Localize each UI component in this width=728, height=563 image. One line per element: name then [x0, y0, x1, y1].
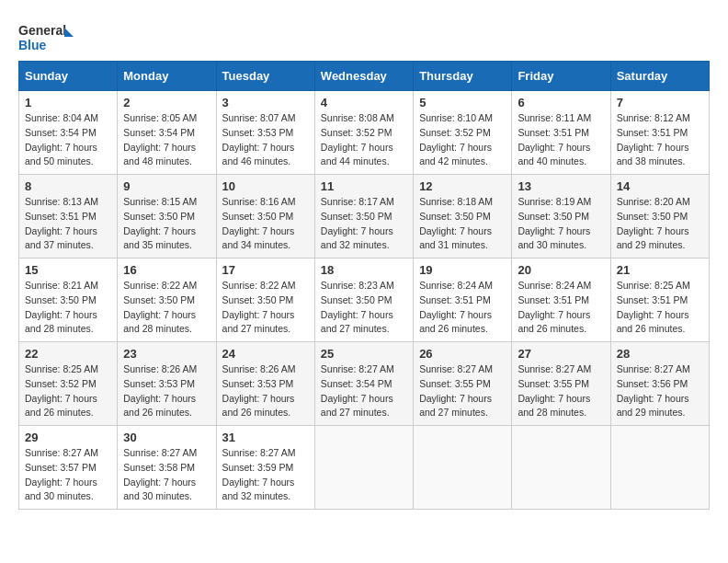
svg-marker-2 — [64, 28, 74, 37]
day-info: Sunrise: 8:21 AMSunset: 3:50 PMDaylight:… — [25, 279, 111, 337]
svg-text:General: General — [18, 23, 66, 38]
day-number: 19 — [419, 263, 506, 277]
day-info: Sunrise: 8:25 AMSunset: 3:51 PMDaylight:… — [617, 279, 703, 337]
day-cell: 8Sunrise: 8:13 AMSunset: 3:51 PMDaylight… — [19, 175, 118, 259]
day-info: Sunrise: 8:04 AMSunset: 3:54 PMDaylight:… — [25, 111, 111, 169]
day-info: Sunrise: 8:23 AMSunset: 3:50 PMDaylight:… — [321, 279, 407, 337]
day-cell: 3Sunrise: 8:07 AMSunset: 3:53 PMDaylight… — [216, 91, 314, 175]
day-cell: 10Sunrise: 8:16 AMSunset: 3:50 PMDayligh… — [216, 175, 314, 259]
day-info: Sunrise: 8:26 AMSunset: 3:53 PMDaylight:… — [222, 362, 309, 420]
day-number: 24 — [222, 347, 309, 361]
day-info: Sunrise: 8:16 AMSunset: 3:50 PMDaylight:… — [222, 195, 309, 253]
day-info: Sunrise: 8:22 AMSunset: 3:50 PMDaylight:… — [222, 279, 309, 337]
week-row-1: 1Sunrise: 8:04 AMSunset: 3:54 PMDaylight… — [19, 91, 710, 175]
week-row-5: 29Sunrise: 8:27 AMSunset: 3:57 PMDayligh… — [19, 426, 710, 510]
day-number: 8 — [25, 179, 111, 193]
day-info: Sunrise: 8:18 AMSunset: 3:50 PMDaylight:… — [419, 195, 506, 253]
day-cell: 11Sunrise: 8:17 AMSunset: 3:50 PMDayligh… — [314, 175, 413, 259]
day-number: 25 — [321, 347, 407, 361]
day-number: 18 — [321, 263, 407, 277]
day-cell: 28Sunrise: 8:27 AMSunset: 3:56 PMDayligh… — [610, 342, 709, 426]
day-info: Sunrise: 8:27 AMSunset: 3:55 PMDaylight:… — [419, 362, 506, 420]
header-thursday: Thursday — [414, 62, 512, 91]
day-number: 27 — [518, 347, 604, 361]
day-cell: 19Sunrise: 8:24 AMSunset: 3:51 PMDayligh… — [414, 259, 512, 342]
day-cell: 20Sunrise: 8:24 AMSunset: 3:51 PMDayligh… — [512, 259, 610, 342]
day-cell: 24Sunrise: 8:26 AMSunset: 3:53 PMDayligh… — [216, 342, 314, 426]
day-number: 15 — [25, 263, 111, 277]
day-number: 6 — [518, 96, 604, 109]
header-saturday: Saturday — [610, 62, 709, 91]
day-cell: 5Sunrise: 8:10 AMSunset: 3:52 PMDaylight… — [414, 91, 512, 175]
day-number: 30 — [123, 431, 210, 444]
week-row-3: 15Sunrise: 8:21 AMSunset: 3:50 PMDayligh… — [19, 259, 710, 342]
page-header: GeneralBlue — [18, 18, 710, 55]
day-info: Sunrise: 8:27 AMSunset: 3:57 PMDaylight:… — [25, 446, 111, 504]
header-row: SundayMondayTuesdayWednesdayThursdayFrid… — [19, 62, 710, 91]
day-number: 11 — [321, 179, 407, 193]
week-row-4: 22Sunrise: 8:25 AMSunset: 3:52 PMDayligh… — [19, 342, 710, 426]
day-cell: 6Sunrise: 8:11 AMSunset: 3:51 PMDaylight… — [512, 91, 610, 175]
day-number: 20 — [518, 263, 604, 277]
day-number: 2 — [123, 96, 210, 109]
day-cell: 2Sunrise: 8:05 AMSunset: 3:54 PMDaylight… — [118, 91, 216, 175]
logo-icon: GeneralBlue — [18, 18, 74, 55]
day-cell: 30Sunrise: 8:27 AMSunset: 3:58 PMDayligh… — [118, 426, 216, 510]
day-info: Sunrise: 8:27 AMSunset: 3:55 PMDaylight:… — [518, 362, 604, 420]
day-cell: 15Sunrise: 8:21 AMSunset: 3:50 PMDayligh… — [19, 259, 118, 342]
day-cell: 25Sunrise: 8:27 AMSunset: 3:54 PMDayligh… — [314, 342, 413, 426]
day-info: Sunrise: 8:10 AMSunset: 3:52 PMDaylight:… — [419, 111, 506, 169]
header-wednesday: Wednesday — [314, 62, 413, 91]
day-cell: 14Sunrise: 8:20 AMSunset: 3:50 PMDayligh… — [610, 175, 709, 259]
day-info: Sunrise: 8:17 AMSunset: 3:50 PMDaylight:… — [321, 195, 407, 253]
day-info: Sunrise: 8:13 AMSunset: 3:51 PMDaylight:… — [25, 195, 111, 253]
calendar-table: SundayMondayTuesdayWednesdayThursdayFrid… — [18, 61, 710, 510]
day-cell: 27Sunrise: 8:27 AMSunset: 3:55 PMDayligh… — [512, 342, 610, 426]
day-number: 28 — [617, 347, 703, 361]
header-tuesday: Tuesday — [216, 62, 314, 91]
week-row-2: 8Sunrise: 8:13 AMSunset: 3:51 PMDaylight… — [19, 175, 710, 259]
day-number: 17 — [222, 263, 309, 277]
day-cell: 23Sunrise: 8:26 AMSunset: 3:53 PMDayligh… — [118, 342, 216, 426]
day-info: Sunrise: 8:12 AMSunset: 3:51 PMDaylight:… — [617, 111, 703, 169]
day-cell: 18Sunrise: 8:23 AMSunset: 3:50 PMDayligh… — [314, 259, 413, 342]
day-info: Sunrise: 8:19 AMSunset: 3:50 PMDaylight:… — [518, 195, 604, 253]
day-number: 21 — [617, 263, 703, 277]
day-number: 12 — [419, 179, 506, 193]
day-info: Sunrise: 8:08 AMSunset: 3:52 PMDaylight:… — [321, 111, 407, 169]
day-info: Sunrise: 8:11 AMSunset: 3:51 PMDaylight:… — [518, 111, 604, 169]
day-number: 10 — [222, 179, 309, 193]
day-info: Sunrise: 8:05 AMSunset: 3:54 PMDaylight:… — [123, 111, 210, 169]
day-cell: 31Sunrise: 8:27 AMSunset: 3:59 PMDayligh… — [216, 426, 314, 510]
day-number: 1 — [25, 96, 111, 109]
day-cell: 29Sunrise: 8:27 AMSunset: 3:57 PMDayligh… — [19, 426, 118, 510]
day-cell: 26Sunrise: 8:27 AMSunset: 3:55 PMDayligh… — [414, 342, 512, 426]
day-number: 23 — [123, 347, 210, 361]
day-cell — [414, 426, 512, 510]
day-info: Sunrise: 8:27 AMSunset: 3:54 PMDaylight:… — [321, 362, 407, 420]
day-number: 31 — [222, 431, 309, 444]
day-number: 14 — [617, 179, 703, 193]
day-cell: 17Sunrise: 8:22 AMSunset: 3:50 PMDayligh… — [216, 259, 314, 342]
day-info: Sunrise: 8:27 AMSunset: 3:59 PMDaylight:… — [222, 446, 309, 504]
day-info: Sunrise: 8:26 AMSunset: 3:53 PMDaylight:… — [123, 362, 210, 420]
day-info: Sunrise: 8:27 AMSunset: 3:56 PMDaylight:… — [617, 362, 703, 420]
day-info: Sunrise: 8:27 AMSunset: 3:58 PMDaylight:… — [123, 446, 210, 504]
day-info: Sunrise: 8:20 AMSunset: 3:50 PMDaylight:… — [617, 195, 703, 253]
day-number: 29 — [25, 431, 111, 444]
day-cell: 21Sunrise: 8:25 AMSunset: 3:51 PMDayligh… — [610, 259, 709, 342]
day-info: Sunrise: 8:25 AMSunset: 3:52 PMDaylight:… — [25, 362, 111, 420]
day-number: 16 — [123, 263, 210, 277]
svg-text:Blue: Blue — [18, 38, 47, 52]
day-cell — [610, 426, 709, 510]
header-monday: Monday — [118, 62, 216, 91]
day-info: Sunrise: 8:07 AMSunset: 3:53 PMDaylight:… — [222, 111, 309, 169]
day-cell: 12Sunrise: 8:18 AMSunset: 3:50 PMDayligh… — [414, 175, 512, 259]
day-info: Sunrise: 8:24 AMSunset: 3:51 PMDaylight:… — [518, 279, 604, 337]
day-cell: 1Sunrise: 8:04 AMSunset: 3:54 PMDaylight… — [19, 91, 118, 175]
day-number: 5 — [419, 96, 506, 109]
day-number: 4 — [321, 96, 407, 109]
day-number: 22 — [25, 347, 111, 361]
day-cell — [512, 426, 610, 510]
day-info: Sunrise: 8:24 AMSunset: 3:51 PMDaylight:… — [419, 279, 506, 337]
